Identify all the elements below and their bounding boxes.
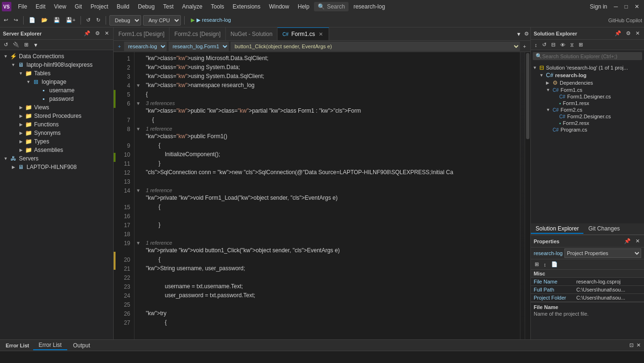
redo-button[interactable]: ↻ [94, 16, 102, 24]
tab-form1-cs[interactable]: C# Form1.cs ✕ [277, 27, 329, 41]
fold-indicator[interactable]: ▼ [134, 124, 142, 133]
expand-icon[interactable]: ▼ [25, 80, 32, 84]
save-button[interactable]: 💾 [52, 16, 62, 24]
save-all-button[interactable]: 💾+ [64, 16, 77, 24]
expand-icon[interactable]: ▶ [17, 105, 25, 110]
menu-tools[interactable]: Tools [207, 2, 228, 11]
sol-settings-button[interactable]: ⚙ [625, 30, 632, 37]
sol-form2-resx-node[interactable]: ▶ ▪ Form2.resx [531, 120, 644, 126]
tab-overflow-button[interactable]: ▼ [515, 31, 523, 37]
server-explorer-pin[interactable]: 📌 [82, 30, 92, 37]
menu-window[interactable]: Window [265, 2, 293, 11]
sign-in-button[interactable]: Sign in [587, 2, 610, 11]
refresh-button[interactable]: ↺ [2, 41, 10, 49]
maximize-button[interactable]: □ [622, 2, 631, 11]
sol-show-all-button[interactable]: 👁 [558, 41, 567, 49]
tree-password[interactable]: ▶ ▪ password [0, 95, 113, 103]
tree-data-connections[interactable]: ▼ ⚡ Data Connections [0, 52, 113, 61]
method-selector[interactable]: button1_Click(object sender, EventArgs e… [231, 42, 519, 51]
expand-icon[interactable]: ▶ [17, 114, 25, 118]
expand-icon[interactable]: ▶ [17, 131, 25, 135]
forward-button[interactable]: ↪ [12, 16, 20, 24]
close-button[interactable]: ✕ [632, 2, 642, 11]
sol-form2-node[interactable]: ▼ C# Form2.cs [531, 106, 644, 113]
menu-file[interactable]: File [14, 2, 31, 11]
sol-search-box[interactable]: 🔍 [533, 52, 642, 60]
expand-icon[interactable]: ▶ [17, 122, 25, 127]
filter-button[interactable]: ▼ [31, 41, 40, 49]
menu-search-box[interactable]: 🔍 Search [314, 2, 349, 11]
tree-loginpage[interactable]: ▼ ⊞ loginpage [0, 78, 113, 86]
tree-synonyms[interactable]: ▶ 📁 Synonyms [0, 129, 113, 137]
sol-filter-button[interactable]: ⧖ [568, 41, 576, 49]
menu-project[interactable]: Project [87, 2, 112, 11]
tree-server-node[interactable]: ▼ 🖥 laptop-hilnf908\sqlexpress [0, 61, 113, 69]
tree-username[interactable]: ▶ ▪ username [0, 86, 113, 95]
expand-icon[interactable]: ▶ [546, 80, 553, 85]
tree-assemblies[interactable]: ▶ 📁 Assemblies [0, 146, 113, 154]
tab-error-list[interactable]: Error List [33, 341, 68, 350]
expand-icon[interactable]: ▼ [2, 156, 9, 161]
expand-icon[interactable]: ▶ [17, 139, 25, 144]
expand-icon[interactable]: ▶ [9, 165, 17, 169]
menu-debug[interactable]: Debug [134, 2, 158, 11]
menu-help[interactable]: Help [294, 2, 313, 11]
sol-form2-designer-node[interactable]: ▶ C# Form2.Designer.cs [531, 113, 644, 120]
expand-icon[interactable]: ▶ [17, 148, 25, 152]
tab-form1-design[interactable]: Form1.cs [Design] [114, 27, 170, 41]
minimize-button[interactable]: ─ [611, 2, 621, 11]
editor-add-button[interactable]: + [522, 43, 528, 50]
vertical-scrollbar[interactable] [525, 52, 530, 339]
menu-analyze[interactable]: Analyze [179, 2, 206, 11]
tree-types[interactable]: ▶ 📁 Types [0, 137, 113, 146]
expand-icon[interactable]: ▼ [533, 65, 539, 70]
code-content[interactable]: "kw">class="kw">using Microsoft.Data.Sql… [142, 52, 520, 339]
props-pages-button[interactable]: 📄 [549, 260, 560, 268]
tree-laptop-node[interactable]: ▶ 🖥 LAPTOP-HILNF908 [0, 163, 113, 171]
menu-test[interactable]: Test [160, 2, 178, 11]
sol-deps-node[interactable]: ▶ ⚙ Dependencies [531, 79, 644, 87]
sol-program-node[interactable]: ▶ C# Program.cs [531, 126, 644, 133]
platform-dropdown[interactable]: Any CPU [143, 15, 181, 26]
fold-indicator[interactable]: ▼ [134, 239, 142, 248]
sol-form1-resx-node[interactable]: ▶ ▪ Form1.resx [531, 100, 644, 106]
tab-output[interactable]: Output [67, 341, 96, 350]
expand-icon[interactable]: ▼ [2, 54, 9, 59]
tab-solution-explorer[interactable]: Solution Explorer [531, 224, 583, 234]
props-alphabetic-button[interactable]: ↕ [542, 261, 548, 268]
sol-search-input[interactable] [542, 53, 639, 59]
sol-collapse-button[interactable]: ⊟ [549, 41, 557, 49]
sol-sync-button[interactable]: ↕ [533, 41, 539, 49]
new-file-button[interactable]: 📄 [27, 16, 37, 24]
tree-servers[interactable]: ▼ 🖧 Servers [0, 154, 113, 163]
bottom-close-button[interactable]: ✕ [635, 342, 642, 349]
expand-icon[interactable]: ▼ [546, 107, 553, 112]
tab-settings-button[interactable]: ⚙ [523, 30, 530, 37]
fold-indicator[interactable]: ▼ [134, 81, 142, 90]
tab-git-changes[interactable]: Git Changes [583, 224, 625, 234]
open-file-button[interactable]: 📂 [39, 16, 50, 24]
menu-git[interactable]: Git [71, 2, 86, 11]
sol-solution-node[interactable]: ▼ ⊟ Solution 'research-log' (1 of 1 proj… [531, 64, 644, 71]
server-explorer-close[interactable]: ✕ [103, 30, 110, 37]
tab-nuget[interactable]: NuGet - Solution [226, 27, 278, 41]
expand-icon[interactable]: ▼ [539, 73, 546, 78]
server-explorer-settings[interactable]: ⚙ [94, 30, 101, 37]
tree-views[interactable]: ▶ 📁 Views [0, 103, 113, 112]
connect-server-button[interactable]: ⊞ [22, 41, 30, 49]
add-bookmark-button[interactable]: + [116, 43, 122, 50]
sol-refresh-button[interactable]: ↺ [540, 41, 548, 49]
fold-indicator[interactable]: ▼ [134, 186, 142, 195]
sol-project-node[interactable]: ▼ C# research-log [531, 71, 644, 79]
menu-edit[interactable]: Edit [32, 2, 49, 11]
file-selector[interactable]: research-log [124, 42, 167, 51]
menu-view[interactable]: View [50, 2, 70, 11]
props-close-button[interactable]: ✕ [634, 238, 641, 245]
bottom-maximize-button[interactable]: ⊡ [628, 342, 635, 349]
tab-close-button[interactable]: ✕ [318, 31, 324, 37]
sol-form1-designer-node[interactable]: ▶ C# Form1.Designer.cs [531, 93, 644, 100]
debug-config-dropdown[interactable]: Debug [109, 15, 141, 26]
props-dropdown[interactable]: Project Properties [564, 248, 641, 258]
class-selector[interactable]: research_log.Form1 [169, 42, 229, 51]
menu-build[interactable]: Build [113, 2, 134, 11]
